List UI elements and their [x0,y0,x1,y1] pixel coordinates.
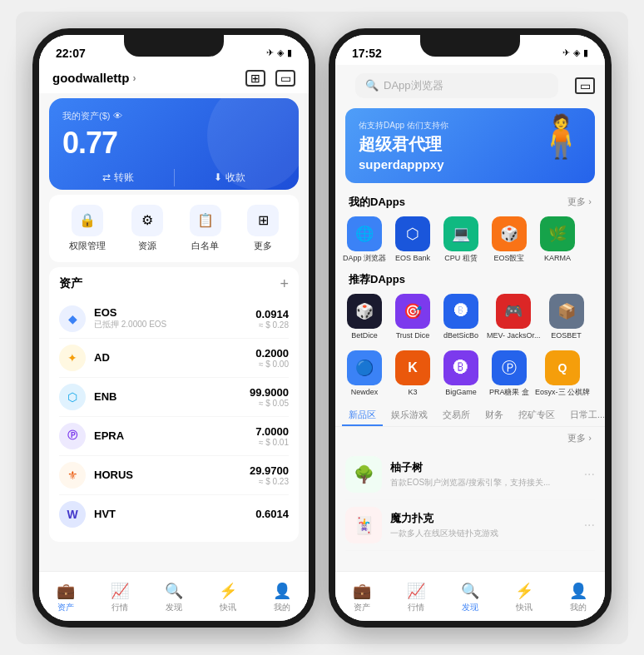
qa-whitelist[interactable]: 📋 白名单 [190,205,221,252]
new-more[interactable]: 更多 › [567,432,592,444]
tab-daily[interactable]: 日常工... [563,405,605,426]
receive-button[interactable]: ⬇ 收款 [175,167,286,188]
karma-icon: 🌿 [540,216,575,251]
nav2-assets[interactable]: 💼 资产 [335,578,389,613]
enb-icon: ⬡ [59,384,86,410]
more-icon: ⊞ [247,205,279,236]
yuzhu-dots: ··· [584,467,595,482]
nav-discover[interactable]: 🔍 发现 [147,578,201,613]
dapp-mev[interactable]: 🎮 MEV- JacksOr... [487,294,541,340]
trustdice-icon: 🎯 [395,294,430,329]
tab-mining[interactable]: 挖矿专区 [512,405,562,426]
asset-row-epra[interactable]: Ⓟ EPRA 7.0000 ≈ $ 0.01 [59,417,289,456]
nav2-mine[interactable]: 👤 我的 [551,578,605,613]
asset-section: 资产 + ◆ EOS 已抵押 2.0000 EOS 0.0914 ≈ $ 0.2… [49,267,299,542]
nav-assets[interactable]: 💼 资产 [39,578,93,613]
asset-row-hvt[interactable]: W HVT 0.6014 [59,495,289,533]
tab-finance[interactable]: 财务 [478,405,510,426]
airplane-icon-2: ✈ [562,47,570,58]
wallet-header: goodwallettp › ⊞ ▭ [39,65,309,93]
asset-row-ad[interactable]: ✦ AD 0.2000 ≈ $ 0.00 [59,339,289,378]
betdice-icon: 🎲 [347,294,382,329]
dapp-k3[interactable]: K K3 [390,350,435,397]
dapp-pra[interactable]: Ⓟ PRA糖果 盒 [487,350,532,397]
dapp-dbetsicbo[interactable]: 🅑 dBetSicBo [438,294,483,340]
nav-market[interactable]: 📈 行情 [93,578,147,613]
tab-exchange[interactable]: 交易所 [436,405,477,426]
cpu-icon: 💻 [443,216,478,251]
transfer-button[interactable]: ⇄ 转账 [62,167,174,188]
dapp-eosbank[interactable]: ⬡ EOS Bank [390,216,435,263]
nav2-market-icon: 📈 [407,582,425,600]
bottom-nav-1: 💼 资产 📈 行情 🔍 发现 ⚡ 快讯 👤 我的 [39,571,309,621]
receive-icon: ⬇ [214,171,222,183]
my-dapps-more[interactable]: 更多 › [567,196,592,208]
ad-icon: ✦ [59,345,86,371]
chevron-icon: › [133,72,136,84]
time-1: 22:07 [56,47,86,60]
wallet-name[interactable]: goodwallettp › [52,71,136,85]
dapp-eosyx[interactable]: Q Eosyx-三 公棋牌 [535,350,590,397]
eos-info: EOS 已抵押 2.0000 EOS [94,306,255,330]
promo-banner[interactable]: 佑支持DApp 佑们支持你 超级君代理 superdapppxy 🧍 [345,108,595,183]
asset-row-enb[interactable]: ⬡ ENB 99.9000 ≈ $ 0.05 [59,378,289,417]
poker-icon: 🃏 [345,507,382,543]
balance-actions: ⇄ 转账 ⬇ 收款 [62,167,285,188]
dapp-trustdice[interactable]: 🎯 Trust Dice [390,294,435,340]
assets-nav-label: 资产 [57,602,74,613]
status-bar-1: 22:07 ✈ ◈ ▮ [39,35,309,65]
qa-more[interactable]: ⊞ 更多 [247,205,279,252]
qr-icon[interactable]: ⊞ [245,70,265,87]
nav-news[interactable]: ⚡ 快讯 [201,578,255,613]
rec-dapps-row1: 🎲 BetDice 🎯 Trust Dice 🅑 dBetSicBo 🎮 MEV… [335,290,605,344]
dapp-newdex[interactable]: 🔵 Newdex [342,350,387,397]
new-app-yuzhu[interactable]: 🌳 柚子树 首款EOS制户浏览器/搜索引擎，支持接关... ··· [345,449,595,500]
nav2-news-icon: ⚡ [515,582,533,600]
tab-games[interactable]: 娱乐游戏 [384,405,434,426]
nav2-market-label: 行情 [408,602,424,613]
tab-new[interactable]: 新品区 [342,405,383,426]
rec-dapps-title: 推荐DApps [349,272,405,287]
permission-icon: 🔒 [72,205,103,236]
epra-info: EPRA [94,429,255,442]
mev-icon: 🎮 [496,294,531,329]
new-app-poker[interactable]: 🃏 魔力扑克 一款多人在线区块链扑克游戏 ··· [345,500,595,551]
epra-value: 7.0000 ≈ $ 0.01 [255,425,289,447]
k3-icon: K [395,350,430,385]
dapp-browser[interactable]: 🌐 DApp 浏览器 [342,216,387,263]
dapp-search[interactable]: 🔍 DApp浏览器 [355,73,558,98]
my-dapps-header: 我的DApps 更多 › [335,188,605,213]
fullscreen-icon[interactable]: ▭ [575,77,595,94]
pra-icon: Ⓟ [492,350,527,385]
dapp-betdice[interactable]: 🎲 BetDice [342,294,387,340]
quick-actions: 🔒 权限管理 ⚙ 资源 📋 白名单 ⊞ 更多 [49,195,299,262]
dapp-cpu[interactable]: 💻 CPU 租赁 [438,216,483,263]
my-dapps-title: 我的DApps [349,195,405,210]
nav2-news-label: 快讯 [516,602,533,613]
nav2-discover-label: 发现 [462,602,478,613]
rec-dapps-row2: 🔵 Newdex K K3 🅑 BigGame Ⓟ PRA糖果 盒 Q [335,347,605,400]
eos-dice-icon: 🎲 [492,216,527,251]
dapp-biggame[interactable]: 🅑 BigGame [438,350,483,397]
qa-resource[interactable]: ⚙ 资源 [131,205,163,252]
yuzhu-icon: 🌳 [345,456,382,493]
ad-info: AD [94,351,255,364]
nav2-news[interactable]: ⚡ 快讯 [497,578,551,613]
asset-row-eos[interactable]: ◆ EOS 已抵押 2.0000 EOS 0.0914 ≈ $ 0.28 [59,300,289,339]
enb-info: ENB [94,390,250,403]
category-tabs: 新品区 娱乐游戏 交易所 财务 挖矿专区 日常工... [335,400,605,427]
dapp-karma[interactable]: 🌿 KARMA [535,216,580,263]
dapp-eosbet[interactable]: 📦 EOSBET [544,294,589,340]
scan-icon[interactable]: ▭ [275,70,295,87]
nav2-market[interactable]: 📈 行情 [389,578,443,613]
balance-label: 我的资产($) 👁 [62,110,285,122]
add-asset-button[interactable]: + [280,275,289,293]
nav-mine[interactable]: 👤 我的 [255,578,309,613]
search-placeholder: DApp浏览器 [384,78,443,93]
nav2-discover[interactable]: 🔍 发现 [443,578,498,613]
whitelist-icon: 📋 [190,205,221,236]
qa-permission[interactable]: 🔒 权限管理 [69,205,106,252]
news-nav-icon: ⚡ [219,582,237,600]
asset-row-horus[interactable]: ⚜ HORUS 29.9700 ≈ $ 0.23 [59,456,289,495]
dapp-eos-dice[interactable]: 🎲 EOS骰宝 [487,216,532,263]
